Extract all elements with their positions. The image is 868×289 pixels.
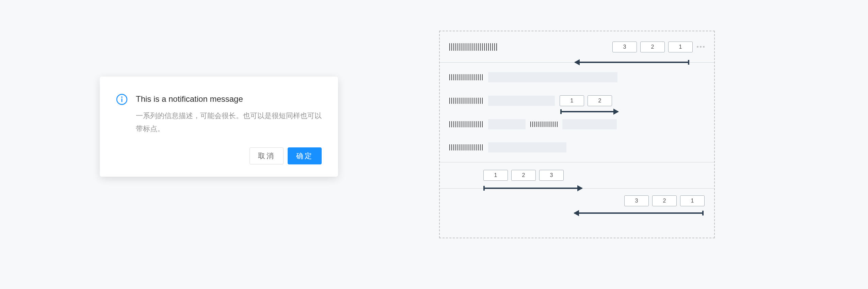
modal-body: This is a notification message 一系列的信息描述，…: [116, 93, 322, 135]
button-group-footer-2: 3 2 1: [624, 195, 705, 206]
modal-title: This is a notification message: [136, 93, 322, 105]
diagram-button[interactable]: 1: [560, 95, 584, 106]
notification-modal: This is a notification message 一系列的信息描述，…: [100, 77, 338, 177]
block-placeholder: [562, 119, 617, 129]
text-placeholder: [449, 74, 483, 80]
diagram-button[interactable]: 3: [624, 195, 649, 206]
diagram-footer-row-1: 1 2 3: [440, 162, 714, 189]
more-icon[interactable]: [697, 46, 705, 48]
diagram-button[interactable]: 3: [539, 170, 564, 181]
modal-content: This is a notification message 一系列的信息描述，…: [136, 93, 322, 135]
content-row: [449, 119, 705, 129]
cancel-button[interactable]: 取消: [250, 147, 284, 164]
arrow-left-icon: [574, 212, 704, 214]
block-placeholder: [488, 96, 555, 106]
button-group-footer-1: 1 2 3: [483, 170, 564, 181]
diagram-button[interactable]: 1: [668, 42, 693, 52]
diagram-button[interactable]: 2: [511, 170, 536, 181]
diagram-button[interactable]: 2: [652, 195, 677, 206]
diagram-button[interactable]: 2: [640, 42, 665, 52]
confirm-button[interactable]: 确定: [288, 147, 322, 164]
button-group-inline: 1 2: [560, 95, 612, 106]
content-row: [449, 142, 705, 152]
diagram-button[interactable]: 3: [612, 42, 637, 52]
diagram-button[interactable]: 2: [588, 95, 612, 106]
arrow-right-icon: [560, 111, 618, 112]
diagram-button[interactable]: 1: [483, 170, 508, 181]
text-placeholder: [449, 98, 483, 104]
diagram-content-area: 1 2: [440, 63, 714, 162]
text-placeholder: [449, 144, 483, 150]
svg-point-1: [121, 96, 123, 98]
arrow-left-icon: [575, 62, 689, 63]
diagram-button[interactable]: 1: [680, 195, 705, 206]
layout-diagram: 3 2 1 1 2: [439, 31, 715, 238]
modal-footer: 取消 确定: [116, 147, 322, 164]
content-row: 1 2: [449, 95, 705, 106]
text-placeholder: [530, 122, 558, 127]
modal-description: 一系列的信息描述，可能会很长。也可以是很短同样也可以带标点。: [136, 109, 322, 135]
text-placeholder: [449, 121, 483, 127]
block-placeholder: [488, 142, 566, 152]
button-group-header: 3 2 1: [612, 42, 693, 52]
text-placeholder: [449, 43, 497, 51]
block-placeholder: [488, 119, 526, 129]
svg-rect-2: [122, 98, 123, 102]
info-icon-wrap: [116, 93, 128, 135]
diagram-footer-row-2: 3 2 1: [440, 189, 714, 213]
diagram-header-row: 3 2 1: [440, 31, 714, 63]
block-placeholder: [488, 72, 617, 82]
content-row: [449, 72, 705, 82]
info-icon: [116, 94, 128, 105]
